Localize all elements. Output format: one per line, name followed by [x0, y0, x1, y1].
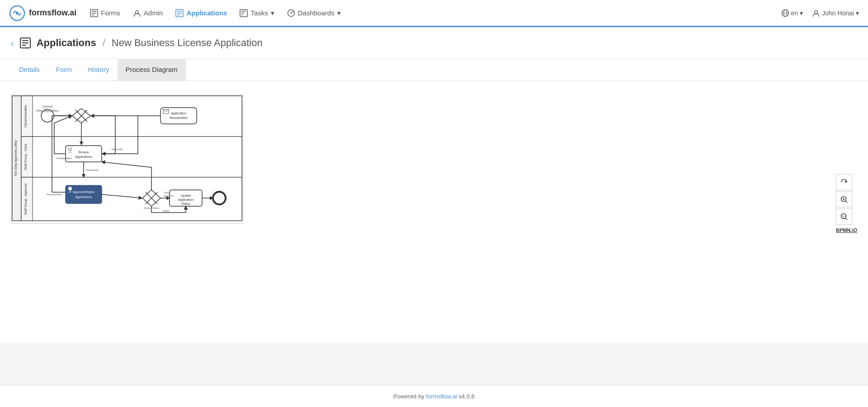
tab-details[interactable]: Details [11, 59, 48, 80]
nav-item-tasks[interactable]: Tasks ▾ [240, 9, 274, 17]
footer-text: Powered by [393, 393, 426, 400]
brand-logo[interactable]: formsflow.ai [9, 5, 76, 21]
tab-history[interactable]: History [80, 59, 118, 80]
nav-dashboards-label: Dashboards [298, 9, 335, 17]
page-header: ‹ Applications / New Business License Ap… [0, 27, 868, 59]
svg-text:reject: reject [163, 209, 170, 212]
svg-text:Application: Application [178, 198, 193, 202]
svg-rect-43 [160, 108, 197, 124]
forms-icon [90, 9, 98, 17]
admin-icon [133, 9, 141, 17]
nav-forms-label: Forms [101, 9, 120, 17]
nav-item-admin[interactable]: Admin [133, 9, 163, 17]
svg-text:Staff Group - Approver: Staff Group - Approver [24, 183, 28, 215]
svg-text:Applications: Applications [75, 155, 92, 159]
svg-text:Resubmitted: Resubmitted [170, 116, 187, 119]
svg-text:Staff Group - Clerk: Staff Group - Clerk [24, 143, 28, 170]
svg-text:Submit: Submit [42, 105, 52, 108]
svg-line-80 [845, 201, 847, 203]
svg-text:Review: Review [79, 151, 90, 154]
nav-language[interactable]: en ▾ [781, 9, 803, 17]
svg-text:Resubmitted: Resubmitted [47, 193, 62, 196]
svg-point-1 [16, 12, 19, 14]
svg-point-71 [213, 192, 226, 204]
nav-right: en ▾ John Honai ▾ [781, 9, 859, 17]
svg-text:Applications: Applications [75, 195, 92, 199]
nav-item-dashboards[interactable]: Dashboards ▾ [287, 9, 341, 17]
footer-link[interactable]: formsflow.ai [426, 393, 457, 400]
svg-text:New Application: New Application [36, 109, 59, 113]
nav-applications-label: Applications [186, 9, 227, 17]
back-button[interactable]: ‹ [11, 38, 14, 48]
zoom-in-button[interactable] [836, 191, 852, 208]
brand-icon [9, 5, 25, 21]
main-content: ‹ Applications / New Business License Ap… [0, 27, 868, 343]
svg-text:Client/Submitter: Client/Submitter [24, 104, 27, 127]
brand-name: formsflow.ai [29, 8, 76, 18]
svg-text:approve: approve [164, 194, 174, 197]
svg-text:Status: Status [181, 202, 190, 205]
svg-text:Application: Application [171, 112, 186, 115]
svg-line-83 [845, 218, 847, 220]
nav-item-applications[interactable]: Applications [175, 9, 227, 17]
footer-version: v4.0.6 [457, 393, 475, 400]
svg-text:Resubmitted: Resubmitted [57, 157, 72, 160]
page-subtitle: New Business License Application [112, 37, 263, 49]
nav-items: Forms Admin Applications [90, 9, 767, 17]
applications-icon [175, 9, 184, 17]
svg-text:Update: Update [181, 194, 191, 198]
dashboards-dropdown-icon: ▾ [337, 9, 341, 17]
svg-text:Returned: Returned [112, 148, 123, 151]
bpmn-logo-link[interactable]: BPMN.iO [836, 227, 857, 233]
zoom-reset-button[interactable] [836, 174, 852, 190]
user-dropdown-icon: ▾ [856, 9, 859, 17]
svg-text:Two Step Approval Lattey: Two Step Approval Lattey [14, 140, 18, 176]
tabs: Details Form History Process Diagram [0, 59, 868, 81]
tasks-icon [240, 9, 248, 17]
tab-process-diagram[interactable]: Process Diagram [118, 59, 186, 80]
nav-user[interactable]: John Honai ▾ [812, 9, 859, 17]
breadcrumb-separator: / [103, 37, 105, 49]
svg-text:Approve/Reject: Approve/Reject [73, 190, 94, 194]
globe-icon [781, 9, 789, 17]
zoom-controls: BPMN.iO [836, 174, 857, 233]
page-title: Applications [37, 37, 96, 49]
bpmn-diagram: Two Step Approval Lattey Client/Submitte… [11, 95, 243, 224]
nav-item-forms[interactable]: Forms [90, 9, 120, 17]
page-icon [19, 36, 32, 50]
svg-point-16 [290, 12, 292, 14]
diagram-area: Two Step Approval Lattey Client/Submitte… [0, 81, 868, 343]
svg-rect-34 [21, 177, 242, 221]
navbar: formsflow.ai Forms Admin [0, 0, 868, 27]
language-dropdown-icon: ▾ [800, 9, 803, 17]
svg-point-50 [68, 147, 72, 151]
svg-point-58 [68, 187, 72, 190]
tab-form[interactable]: Form [48, 59, 80, 80]
user-name-label: John Honai [822, 9, 854, 17]
zoom-out-button[interactable] [836, 208, 852, 225]
svg-text:Reviewed: Reviewed [86, 169, 98, 171]
user-icon [812, 9, 820, 17]
language-label: en [791, 9, 798, 17]
footer: Powered by formsflow.ai v4.0.6 [0, 385, 868, 407]
dashboards-icon [287, 9, 295, 17]
nav-tasks-label: Tasks [250, 9, 268, 17]
nav-admin-label: Admin [144, 9, 163, 17]
tasks-dropdown-icon: ▾ [271, 9, 274, 17]
